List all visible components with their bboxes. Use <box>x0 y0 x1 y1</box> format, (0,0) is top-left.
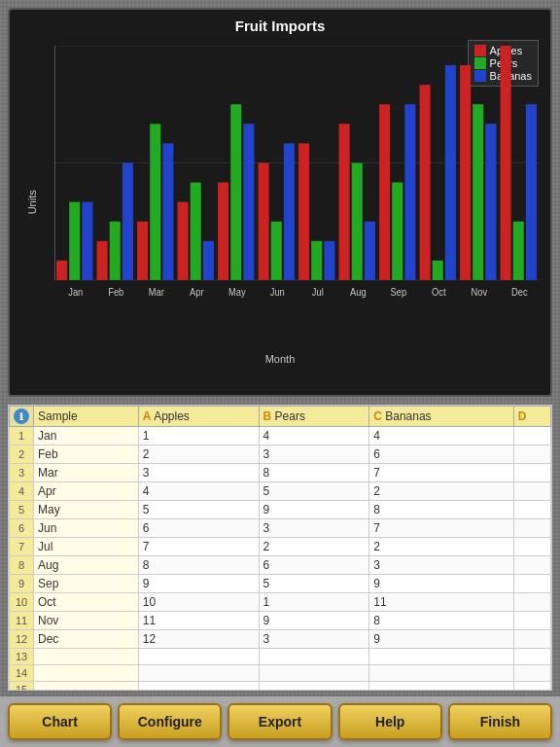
pears-cell[interactable] <box>259 649 369 665</box>
apples-cell[interactable]: 7 <box>138 538 259 556</box>
apples-cell[interactable] <box>138 665 259 682</box>
pears-cell[interactable]: 8 <box>259 464 369 482</box>
table-row[interactable]: 15 <box>10 682 551 692</box>
apples-cell[interactable] <box>138 682 259 692</box>
apples-cell[interactable]: 12 <box>138 630 259 649</box>
sample-cell[interactable] <box>34 682 139 692</box>
bananas-cell[interactable] <box>369 649 513 665</box>
table-row[interactable]: 4 Apr 4 5 2 <box>10 482 551 501</box>
table-row[interactable]: 5 May 5 9 8 <box>10 501 551 519</box>
bar-rect <box>298 143 309 280</box>
d-cell[interactable] <box>513 593 550 612</box>
table-row[interactable]: 7 Jul 7 2 2 <box>10 538 551 556</box>
sample-cell[interactable]: Feb <box>34 445 139 464</box>
pears-cell[interactable]: 3 <box>259 630 369 649</box>
table-row[interactable]: 9 Sep 9 5 9 <box>10 575 551 593</box>
help-button[interactable]: Help <box>338 703 442 740</box>
table-row[interactable]: 3 Mar 3 8 7 <box>10 464 551 482</box>
table-row[interactable]: 8 Aug 8 6 3 <box>10 556 551 575</box>
bananas-cell[interactable]: 6 <box>369 445 513 464</box>
sample-cell[interactable]: Sep <box>34 575 139 593</box>
apples-cell[interactable]: 9 <box>138 575 259 593</box>
bananas-cell[interactable]: 9 <box>369 630 513 649</box>
bananas-cell[interactable]: 2 <box>369 538 513 556</box>
sample-cell[interactable] <box>34 649 139 665</box>
pears-cell[interactable] <box>259 665 369 682</box>
pears-cell[interactable]: 9 <box>259 501 369 519</box>
sample-cell[interactable]: Jul <box>34 538 139 556</box>
configure-button[interactable]: Configure <box>118 703 222 740</box>
sample-cell[interactable]: Oct <box>34 593 139 612</box>
bar-rect <box>513 222 524 280</box>
bar-rect <box>311 241 322 280</box>
bananas-cell[interactable]: 3 <box>369 556 513 575</box>
sample-cell[interactable] <box>34 665 139 682</box>
apples-cell[interactable]: 5 <box>138 501 259 519</box>
apples-cell[interactable]: 4 <box>138 482 259 501</box>
d-cell[interactable] <box>513 464 550 482</box>
apples-cell[interactable]: 11 <box>138 612 259 630</box>
apples-cell[interactable]: 3 <box>138 464 259 482</box>
d-cell[interactable] <box>513 612 550 630</box>
d-cell[interactable] <box>513 630 550 649</box>
table-row[interactable]: 12 Dec 12 3 9 <box>10 630 551 649</box>
pears-cell[interactable]: 9 <box>259 612 369 630</box>
apples-cell[interactable]: 1 <box>138 427 259 445</box>
sample-cell[interactable]: May <box>34 501 139 519</box>
table-body: 1 Jan 1 4 4 2 Feb 2 3 6 3 Mar 3 8 7 4 Ap… <box>10 427 551 692</box>
d-cell[interactable] <box>513 519 550 538</box>
table-row[interactable]: 2 Feb 2 3 6 <box>10 445 551 464</box>
pears-cell[interactable]: 2 <box>259 538 369 556</box>
export-button[interactable]: Export <box>228 703 332 740</box>
sample-cell[interactable]: Aug <box>34 556 139 575</box>
d-cell[interactable] <box>513 575 550 593</box>
d-cell[interactable] <box>513 665 550 682</box>
apples-cell[interactable]: 10 <box>138 593 259 612</box>
table-row[interactable]: 14 <box>10 665 551 682</box>
pears-cell[interactable] <box>259 682 369 692</box>
sample-cell[interactable]: Nov <box>34 612 139 630</box>
bananas-cell[interactable]: 4 <box>369 427 513 445</box>
bananas-cell[interactable]: 2 <box>369 482 513 501</box>
table-row[interactable]: 10 Oct 10 1 11 <box>10 593 551 612</box>
pears-cell[interactable]: 3 <box>259 519 369 538</box>
apples-cell[interactable]: 2 <box>138 445 259 464</box>
d-cell[interactable] <box>513 482 550 501</box>
pears-cell[interactable]: 5 <box>259 482 369 501</box>
d-cell[interactable] <box>513 501 550 519</box>
bananas-cell[interactable]: 9 <box>369 575 513 593</box>
table-row[interactable]: 13 <box>10 649 551 665</box>
apples-cell[interactable]: 6 <box>138 519 259 538</box>
d-cell[interactable] <box>513 682 550 692</box>
d-cell[interactable] <box>513 538 550 556</box>
apples-cell[interactable] <box>138 649 259 665</box>
d-cell[interactable] <box>513 445 550 464</box>
table-row[interactable]: 1 Jan 1 4 4 <box>10 427 551 445</box>
pears-cell[interactable]: 5 <box>259 575 369 593</box>
d-cell[interactable] <box>513 649 550 665</box>
sample-cell[interactable]: Apr <box>34 482 139 501</box>
sample-cell[interactable]: Jan <box>34 427 139 445</box>
d-cell[interactable] <box>513 556 550 575</box>
pears-cell[interactable]: 1 <box>259 593 369 612</box>
bananas-cell[interactable]: 8 <box>369 612 513 630</box>
pears-cell[interactable]: 4 <box>259 427 369 445</box>
finish-button[interactable]: Finish <box>448 703 552 740</box>
sample-cell[interactable]: Mar <box>34 464 139 482</box>
row-number: 1 <box>10 427 34 445</box>
bananas-cell[interactable] <box>369 682 513 692</box>
pears-cell[interactable]: 3 <box>259 445 369 464</box>
table-row[interactable]: 11 Nov 11 9 8 <box>10 612 551 630</box>
sample-cell[interactable]: Dec <box>34 630 139 649</box>
bananas-cell[interactable]: 8 <box>369 501 513 519</box>
bananas-cell[interactable]: 7 <box>369 464 513 482</box>
pears-cell[interactable]: 6 <box>259 556 369 575</box>
bananas-cell[interactable]: 7 <box>369 519 513 538</box>
table-row[interactable]: 6 Jun 6 3 7 <box>10 519 551 538</box>
chart-button[interactable]: Chart <box>8 703 112 740</box>
d-cell[interactable] <box>513 427 550 445</box>
sample-cell[interactable]: Jun <box>34 519 139 538</box>
apples-cell[interactable]: 8 <box>138 556 259 575</box>
bananas-cell[interactable] <box>369 665 513 682</box>
bananas-cell[interactable]: 11 <box>369 593 513 612</box>
